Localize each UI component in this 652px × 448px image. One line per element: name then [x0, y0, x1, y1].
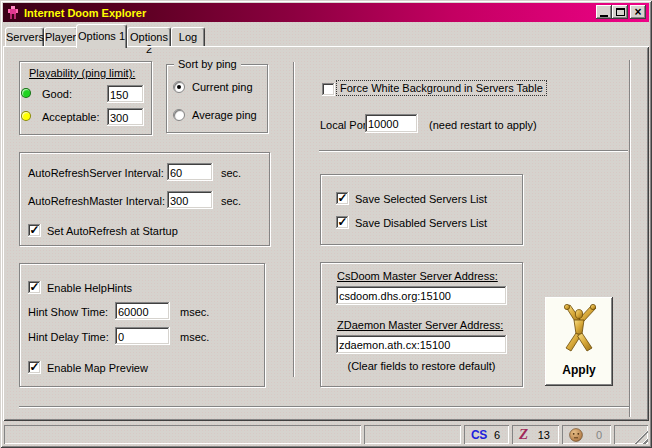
minimize-button[interactable] [596, 5, 612, 19]
csdoom-server-count: 6 [494, 429, 500, 441]
close-button[interactable]: × [630, 5, 646, 19]
status-panel-secondary [364, 425, 461, 444]
doomguy-face-icon [569, 428, 583, 442]
close-icon: × [634, 7, 641, 17]
maximize-icon [616, 8, 625, 16]
maximize-button[interactable] [612, 5, 628, 19]
zdaemon-server-count: 13 [538, 429, 550, 441]
csdoom-icon: CS [471, 428, 487, 442]
tab-options-1[interactable]: Options 1 [76, 24, 127, 48]
zdaemon-count-panel: Z 13 [512, 425, 559, 444]
tab-log[interactable]: Log [171, 27, 205, 46]
window-title: Internet Doom Explorer [24, 7, 146, 19]
tab-servers[interactable]: Servers [5, 27, 44, 46]
status-bar: CS 6 Z 13 0 [3, 423, 649, 445]
title-bar[interactable]: Internet Doom Explorer [3, 3, 649, 22]
tab-options-2[interactable]: Options 2 [127, 27, 171, 46]
tab-players[interactable]: Players [44, 27, 78, 46]
players-count: 0 [596, 429, 602, 441]
csdoom-count-panel: CS 6 [464, 425, 509, 444]
status-panel-main [4, 425, 361, 444]
players-count-panel: 0 [562, 425, 611, 444]
minimize-icon [600, 15, 608, 17]
app-window: Internet Doom Explorer × Servers Players… [0, 0, 652, 448]
zdaemon-icon: Z [519, 426, 528, 443]
app-doom-figure-icon [6, 6, 20, 20]
options1-page [3, 46, 649, 421]
